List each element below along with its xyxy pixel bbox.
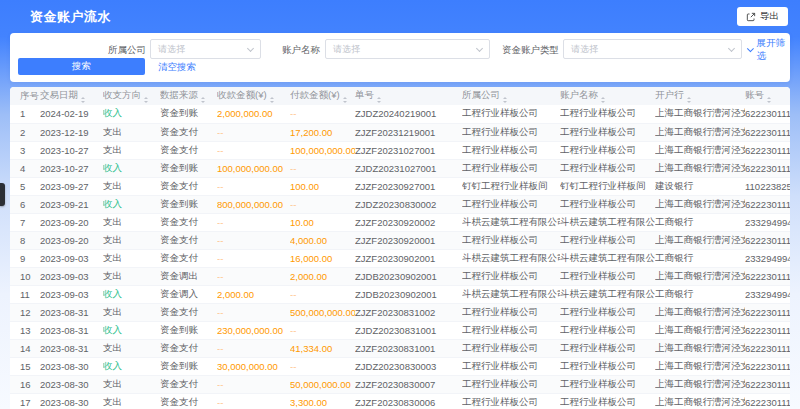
cell-pay: 3,300.00 — [290, 393, 355, 409]
account-name-select[interactable]: 请选择 — [325, 39, 490, 59]
export-button[interactable]: 导出 — [737, 7, 788, 26]
account-type-select[interactable]: 请选择 — [563, 39, 742, 59]
column-header[interactable]: 账号 — [745, 87, 790, 105]
sort-arrows-icon[interactable] — [503, 97, 507, 103]
column-header[interactable]: 单号 — [355, 87, 462, 105]
sort-arrows-icon[interactable] — [343, 97, 347, 103]
column-header[interactable]: 收款金额(¥) — [217, 87, 290, 105]
cell-receive: -- — [217, 303, 290, 321]
cell-no: 3 — [10, 141, 40, 159]
sort-arrows-icon[interactable] — [144, 97, 148, 103]
cell-order: ZJDZ20230831001 — [355, 321, 462, 339]
cell-pay: 100.00 — [290, 177, 355, 195]
cell-source: 资金支付 — [160, 375, 217, 393]
cell-date: 2023-08-30 — [40, 375, 103, 393]
cell-number: 622230111 — [745, 195, 790, 213]
table-row: 102023-09-03支出资金调出--2,000.00ZJDB20230902… — [10, 267, 790, 285]
sort-arrows-icon[interactable] — [201, 97, 205, 103]
cell-source: 资金支付 — [160, 141, 217, 159]
export-icon — [746, 12, 756, 22]
cell-receive: -- — [217, 375, 290, 393]
table-row: 72023-09-20支出资金支付--10.00ZJZF20230920002斗… — [10, 213, 790, 231]
cell-date: 2024-02-19 — [40, 105, 103, 123]
expand-filters-link[interactable]: 展开筛选 — [748, 39, 790, 60]
cell-bank: 上海工商银行漕河泾支行 — [655, 231, 745, 249]
column-header[interactable]: 账户名称 — [560, 87, 655, 105]
cell-no: 1 — [10, 105, 40, 123]
cell-source: 资金支付 — [160, 213, 217, 231]
cell-receive: 230,000,000.00 — [217, 321, 290, 339]
cell-no: 11 — [10, 285, 40, 303]
cell-bank: 上海工商银行漕河泾支行 — [655, 267, 745, 285]
cell-direction: 收入 — [103, 285, 160, 303]
cell-bank: 上海工商银行漕河泾支行 — [655, 303, 745, 321]
cell-receive: -- — [217, 123, 290, 141]
side-dock-handle[interactable] — [0, 183, 5, 206]
sort-arrows-icon[interactable] — [767, 97, 771, 103]
cell-source: 资金到账 — [160, 357, 217, 375]
cell-company: 工程行业样板公司 — [462, 267, 560, 285]
cell-account: 工程行业样板公司 — [560, 123, 655, 141]
sort-arrows-icon[interactable] — [81, 97, 85, 103]
search-button[interactable]: 搜索 — [18, 58, 145, 75]
cell-date: 2023-08-30 — [40, 357, 103, 375]
cell-source: 资金支付 — [160, 339, 217, 357]
table-row: 62023-09-21收入资金到账800,000,000.00--ZJDZ202… — [10, 195, 790, 213]
cell-bank: 上海工商银行漕河泾支行 — [655, 375, 745, 393]
chevron-down-icon — [747, 45, 754, 52]
cell-account: 工程行业样板公司 — [560, 339, 655, 357]
cell-receive: 2,000,000.00 — [217, 105, 290, 123]
table-row: 162023-08-30支出资金支付--50,000,000.00ZJZF202… — [10, 375, 790, 393]
column-header[interactable]: 收支方向 — [103, 87, 160, 105]
cell-receive: 800,000,000.00 — [217, 195, 290, 213]
cell-source: 资金到账 — [160, 321, 217, 339]
filter-panel: 所属公司 请选择 账户名称 请选择 资金账户类型 请选择 展开筛选 搜索 清空搜… — [10, 33, 790, 82]
cell-bank: 上海工商银行漕河泾支行 — [655, 159, 745, 177]
table-row: 152023-08-30收入资金到账30,000,000.00--ZJDZ202… — [10, 357, 790, 375]
table-row: 32023-10-27支出资金支付--100,000,000.00ZJZF202… — [10, 141, 790, 159]
cell-number: 622230111 — [745, 357, 790, 375]
clear-search-button[interactable]: 清空搜索 — [158, 58, 196, 75]
column-header[interactable]: 付款金额(¥) — [290, 87, 355, 105]
company-select-placeholder: 请选择 — [158, 43, 185, 56]
cell-pay: 41,334.00 — [290, 339, 355, 357]
cell-order: ZJDB20230902001 — [355, 267, 462, 285]
cell-pay: 10.00 — [290, 213, 355, 231]
sort-arrows-icon[interactable] — [270, 97, 274, 103]
cell-receive: 100,000,000.00 — [217, 159, 290, 177]
cell-company: 工程行业样板公司 — [462, 231, 560, 249]
column-header[interactable]: 开户行 — [655, 87, 745, 105]
sort-arrows-icon[interactable] — [601, 97, 605, 103]
cell-number: 622230111 — [745, 141, 790, 159]
cell-no: 6 — [10, 195, 40, 213]
cell-company: 斗栱云建筑工程有限公司 — [462, 249, 560, 267]
cell-direction: 支出 — [103, 141, 160, 159]
cell-number: 622230111 — [745, 105, 790, 123]
sort-arrows-icon[interactable] — [377, 97, 381, 103]
cell-company: 工程行业样板公司 — [462, 339, 560, 357]
cell-account: 工程行业样板公司 — [560, 231, 655, 249]
sort-arrows-icon[interactable] — [687, 97, 691, 103]
cell-order: ZJZF20230831001 — [355, 339, 462, 357]
company-select[interactable]: 请选择 — [150, 39, 261, 59]
cell-no: 9 — [10, 249, 40, 267]
cell-order: ZJZF20231027001 — [355, 141, 462, 159]
cell-account: 斗栱云建筑工程有限公司 — [560, 213, 655, 231]
cell-direction: 收入 — [103, 159, 160, 177]
column-header[interactable]: 所属公司 — [462, 87, 560, 105]
cell-bank: 工商银行 — [655, 213, 745, 231]
cell-direction: 收入 — [103, 105, 160, 123]
cell-pay: -- — [290, 105, 355, 123]
cell-date: 2023-09-27 — [40, 177, 103, 195]
cell-no: 16 — [10, 375, 40, 393]
cell-pay: 16,000.00 — [290, 249, 355, 267]
cell-no: 2 — [10, 123, 40, 141]
cell-account: 工程行业样板公司 — [560, 267, 655, 285]
cell-direction: 支出 — [103, 267, 160, 285]
cell-source: 资金支付 — [160, 231, 217, 249]
cell-number: 622230111 — [745, 267, 790, 285]
column-header[interactable]: 数据来源 — [160, 87, 217, 105]
column-header[interactable]: 交易日期 — [40, 87, 103, 105]
column-header-label: 所属公司 — [462, 89, 500, 100]
cell-number: 622230111 — [745, 303, 790, 321]
